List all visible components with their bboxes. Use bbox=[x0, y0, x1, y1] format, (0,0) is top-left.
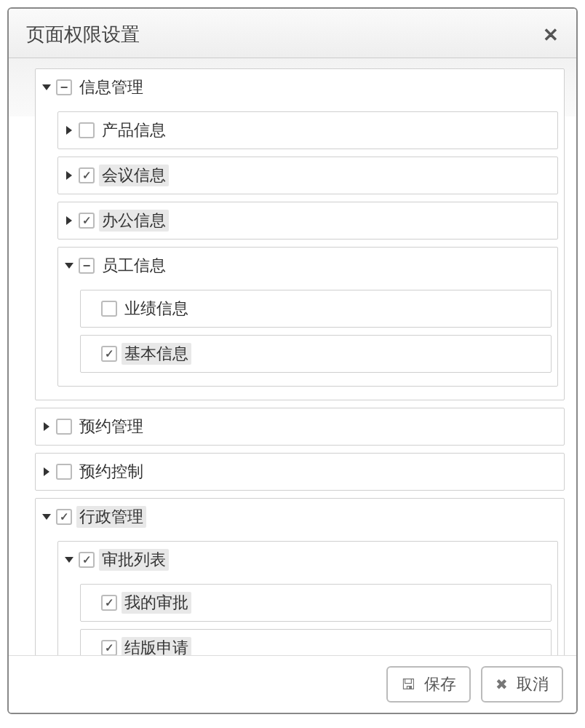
tree-row[interactable]: 员工信息 bbox=[58, 248, 557, 284]
checkbox[interactable] bbox=[101, 640, 117, 655]
permission-dialog: 页面权限设置 ✕ 信息管理 产品信息 bbox=[7, 7, 578, 714]
tree-node-office-info: 办公信息 bbox=[57, 202, 558, 240]
expand-toggle-icon[interactable] bbox=[64, 215, 74, 226]
checkbox[interactable] bbox=[101, 301, 117, 317]
tree-label: 我的审批 bbox=[122, 592, 191, 614]
tree-children: 产品信息 会议信息 办公信息 bbox=[36, 106, 564, 400]
tree-row[interactable]: 信息管理 bbox=[36, 69, 564, 106]
checkbox[interactable] bbox=[101, 346, 117, 362]
close-icon: ✖ bbox=[496, 676, 508, 693]
tree-node-employee-info: 员工信息 业绩信息 bbox=[57, 247, 558, 387]
expand-toggle-icon[interactable] bbox=[41, 422, 52, 432]
tree-row[interactable]: 预约控制 bbox=[36, 454, 564, 490]
save-icon: 🖫 bbox=[401, 676, 415, 693]
checkbox[interactable] bbox=[56, 509, 72, 525]
tree-row[interactable]: 会议信息 bbox=[58, 157, 557, 194]
checkbox[interactable] bbox=[79, 213, 95, 229]
tree-row[interactable]: 产品信息 bbox=[58, 112, 557, 149]
tree-node-my-approval: 我的审批 bbox=[80, 584, 552, 622]
cancel-button[interactable]: ✖ 取消 bbox=[481, 666, 563, 703]
checkbox[interactable] bbox=[79, 552, 95, 568]
tree-label: 行政管理 bbox=[76, 506, 146, 528]
tree-label: 员工信息 bbox=[99, 255, 169, 277]
permission-tree: 信息管理 产品信息 会议信息 bbox=[15, 68, 570, 655]
expand-toggle-icon[interactable] bbox=[64, 170, 74, 181]
tree-label: 信息管理 bbox=[76, 76, 146, 98]
dialog-footer: 🖫 保存 ✖ 取消 bbox=[9, 655, 576, 713]
tree-row[interactable]: 结版申请 bbox=[81, 630, 551, 655]
tree-row[interactable]: 业绩信息 bbox=[81, 290, 551, 327]
tree-node-meeting-info: 会议信息 bbox=[57, 157, 558, 194]
tree-label: 会议信息 bbox=[99, 165, 169, 186]
tree-node-reservation-control: 预约控制 bbox=[35, 453, 565, 491]
expand-toggle-icon[interactable] bbox=[64, 555, 74, 565]
dialog-body[interactable]: 信息管理 产品信息 会议信息 bbox=[9, 58, 576, 655]
tree-label: 基本信息 bbox=[122, 343, 191, 365]
checkbox[interactable] bbox=[101, 595, 117, 611]
tree-label: 业绩信息 bbox=[122, 298, 191, 320]
tree-children: 审批列表 我的审批 bbox=[36, 535, 564, 655]
dialog-header: 页面权限设置 ✕ bbox=[9, 9, 576, 58]
tree-row[interactable]: 审批列表 bbox=[58, 542, 557, 578]
tree-children: 业绩信息 基本信息 bbox=[58, 284, 557, 386]
tree-row[interactable]: 我的审批 bbox=[81, 585, 551, 621]
close-icon[interactable]: ✕ bbox=[543, 25, 559, 44]
tree-node-admin-mgmt: 行政管理 审批列表 bbox=[35, 498, 565, 655]
checkbox[interactable] bbox=[56, 419, 72, 435]
tree-node-performance-info: 业绩信息 bbox=[80, 290, 552, 328]
tree-node-approval-list: 审批列表 我的审批 bbox=[57, 541, 558, 655]
tree-node-info-mgmt: 信息管理 产品信息 会议信息 bbox=[35, 68, 565, 400]
expand-toggle-icon[interactable] bbox=[41, 512, 52, 522]
checkbox[interactable] bbox=[79, 122, 95, 138]
tree-node-reservation-mgmt: 预约管理 bbox=[35, 408, 565, 446]
tree-row[interactable]: 预约管理 bbox=[36, 408, 564, 445]
tree-row[interactable]: 基本信息 bbox=[81, 336, 551, 372]
tree-node-basic-info: 基本信息 bbox=[80, 335, 552, 373]
expand-toggle-icon[interactable] bbox=[41, 82, 52, 92]
tree-label: 产品信息 bbox=[99, 119, 169, 141]
tree-label: 办公信息 bbox=[99, 210, 169, 232]
tree-children: 我的审批 结版申请 bbox=[58, 578, 557, 655]
tree-row[interactable]: 行政管理 bbox=[36, 499, 564, 535]
save-button-label: 保存 bbox=[424, 673, 456, 695]
checkbox[interactable] bbox=[79, 167, 95, 183]
tree-row[interactable]: 办公信息 bbox=[58, 202, 557, 239]
save-button[interactable]: 🖫 保存 bbox=[386, 666, 471, 703]
dialog-title: 页面权限设置 bbox=[26, 22, 140, 47]
tree-label: 预约管理 bbox=[76, 416, 146, 438]
tree-label: 预约控制 bbox=[76, 461, 146, 483]
expand-toggle-icon[interactable] bbox=[64, 261, 74, 271]
tree-label: 结版申请 bbox=[122, 637, 191, 655]
expand-toggle-icon[interactable] bbox=[41, 467, 52, 477]
tree-node-finalize-request: 结版申请 bbox=[80, 629, 552, 655]
tree-label: 审批列表 bbox=[99, 549, 169, 571]
tree-node-product-info: 产品信息 bbox=[57, 111, 558, 149]
expand-toggle-icon[interactable] bbox=[64, 125, 74, 135]
checkbox[interactable] bbox=[56, 79, 72, 95]
checkbox[interactable] bbox=[79, 258, 95, 274]
cancel-button-label: 取消 bbox=[517, 673, 549, 695]
checkbox[interactable] bbox=[56, 464, 72, 480]
